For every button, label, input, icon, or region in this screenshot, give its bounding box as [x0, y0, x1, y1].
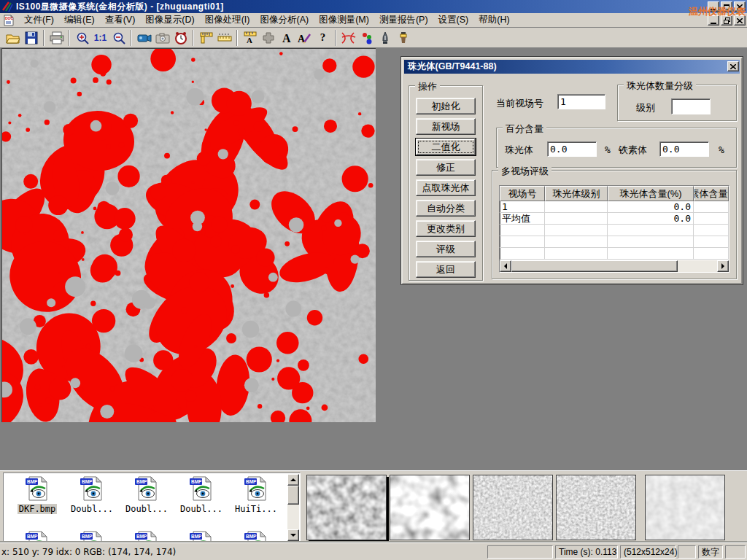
hscroll-thumb[interactable]	[511, 260, 678, 272]
menu-view[interactable]: 查看(V)	[100, 12, 141, 28]
thumbnail-3[interactable]	[473, 475, 553, 540]
change-class-button[interactable]: 更改类别	[416, 220, 476, 237]
table-empty-row	[500, 236, 729, 248]
video-capture-button[interactable]	[135, 29, 153, 47]
file-item[interactable]: BMP Doubl...	[175, 475, 228, 514]
brush-tool-button[interactable]	[394, 29, 412, 47]
menu-image-display[interactable]: 图像显示(D)	[140, 12, 199, 28]
thumbnail-1[interactable]	[306, 475, 387, 540]
pearlite-dialog: 珠光体(GB/T9441-88) 操作 初始化 新视场 二值化 修正 点取珠光体…	[401, 57, 743, 284]
file-browser[interactable]: BMP DKF.bmp BMP Doubl... BMP Doubl... BM…	[3, 472, 301, 542]
binarize-button[interactable]: 二值化	[416, 139, 476, 155]
vscroll-thumb[interactable]	[287, 486, 299, 505]
col-ferrite-content[interactable]: 铁素体含量(%)	[694, 186, 729, 201]
rate-button[interactable]: 评级	[416, 241, 476, 257]
cell-pearlite-content: 0.0	[608, 201, 694, 212]
grade-input[interactable]	[671, 98, 711, 114]
scroll-up-button[interactable]	[287, 474, 299, 486]
window-title: IS100显微摄像系统(金相分析版) - [zhuguangti01]	[13, 1, 224, 13]
file-item[interactable]: BMP	[120, 530, 173, 542]
help-button[interactable]: ?	[314, 29, 332, 47]
pearlite-percent-input[interactable]: 0.0	[547, 141, 597, 157]
thumbnail-5[interactable]	[645, 475, 725, 540]
file-name[interactable]: Doubl...	[69, 504, 115, 514]
zoom-out-button[interactable]	[109, 29, 128, 47]
zoom-in-button[interactable]	[73, 29, 91, 47]
file-item[interactable]: BMP	[66, 530, 118, 542]
return-button[interactable]: 返回	[416, 261, 476, 278]
svg-text:A: A	[282, 32, 291, 44]
table-empty-row	[500, 225, 729, 236]
menu-image-measure[interactable]: 图像测量(M)	[314, 12, 374, 28]
auto-classify-button[interactable]: 自动分类	[416, 200, 476, 217]
camera-capture-button[interactable]	[153, 29, 171, 47]
open-file-button[interactable]	[4, 29, 22, 47]
ferrite-percent-input[interactable]: 0.0	[659, 141, 709, 157]
current-field-input[interactable]: 1	[557, 94, 605, 109]
cell-grade	[545, 213, 608, 224]
grid-cross-button[interactable]	[259, 29, 277, 47]
menu-settings[interactable]: 设置(S)	[433, 12, 474, 28]
dialog-close-button[interactable]	[727, 61, 739, 71]
toolbar-separator	[43, 30, 44, 46]
save-button[interactable]	[22, 29, 40, 47]
actual-size-icon: 1:1	[94, 33, 107, 43]
file-item[interactable]: BMP Doubl...	[120, 475, 173, 514]
file-item[interactable]: BMP DKF.bmp	[11, 475, 63, 514]
menu-edit[interactable]: 编辑(E)	[59, 12, 100, 28]
rating-table[interactable]: 视场号 珠光体级别 珠光体含量(%) 铁素体含量(%) 1 0.0 平均值 0.…	[499, 185, 729, 273]
classify-button[interactable]	[357, 29, 376, 47]
title-bar[interactable]: IS100显微摄像系统(金相分析版) - [zhuguangti01]	[0, 0, 747, 13]
caliper-measure-button[interactable]	[197, 29, 215, 47]
menu-image-process[interactable]: 图像处理(I)	[200, 12, 255, 28]
menu-help[interactable]: 帮助(H)	[473, 12, 514, 28]
scroll-right-button[interactable]	[717, 260, 729, 272]
table-row[interactable]: 1 0.0	[500, 201, 729, 213]
menu-measure-report[interactable]: 测量报告(P)	[374, 12, 433, 28]
micrograph-image[interactable]	[1, 48, 376, 422]
ferrite-label: 铁素体	[619, 144, 647, 157]
timer-button[interactable]	[171, 29, 190, 47]
file-item[interactable]: BMP HuiTi...	[230, 475, 282, 514]
table-row[interactable]: 平均值 0.0	[500, 213, 729, 225]
file-name[interactable]: Doubl...	[124, 504, 169, 514]
new-field-button[interactable]: 新视场	[416, 118, 476, 135]
pick-pearlite-button[interactable]: 点取珠光体	[416, 179, 476, 196]
document-icon[interactable]: DOC	[3, 15, 15, 26]
file-item[interactable]: BMP	[11, 530, 63, 542]
toolbar-separator	[335, 30, 336, 46]
file-name[interactable]: Doubl...	[179, 504, 224, 514]
col-pearlite-grade[interactable]: 珠光体级别	[545, 186, 608, 201]
dialog-title-bar[interactable]: 珠光体(GB/T9441-88)	[404, 60, 740, 74]
col-field-no[interactable]: 视场号	[500, 186, 545, 201]
annotate-edit-icon: A	[298, 31, 312, 44]
thumbnail-4[interactable]	[556, 475, 636, 540]
cell-ferrite-content	[694, 213, 729, 224]
print-button[interactable]	[47, 29, 66, 47]
actual-size-button[interactable]: 1:1	[91, 29, 109, 47]
scroll-left-button[interactable]	[500, 260, 511, 272]
zoom-out-icon	[112, 31, 125, 44]
menu-file[interactable]: 文件(F)	[19, 12, 59, 28]
text-button[interactable]: A	[277, 29, 295, 47]
table-hscrollbar[interactable]	[500, 260, 729, 272]
thumbnail-2[interactable]	[390, 475, 470, 540]
calibrate-button[interactable]: A	[241, 29, 259, 47]
file-name[interactable]: HuiTi...	[233, 504, 279, 514]
correct-button[interactable]: 修正	[416, 159, 476, 176]
init-button[interactable]: 初始化	[416, 98, 476, 114]
hscroll-track[interactable]	[678, 260, 717, 272]
pen-tool-button[interactable]	[376, 29, 394, 47]
menu-image-analysis[interactable]: 图像分析(A)	[255, 12, 314, 28]
scroll-down-button[interactable]	[287, 529, 299, 541]
annotate-button[interactable]: A	[295, 29, 314, 47]
file-item[interactable]: BMP Doubl...	[66, 475, 118, 514]
col-pearlite-content[interactable]: 珠光体含量(%)	[608, 186, 694, 201]
curve-tool-button[interactable]	[339, 29, 357, 47]
svg-text:BMP: BMP	[82, 534, 93, 539]
file-list-scrollbar[interactable]	[287, 474, 299, 541]
ruler-measure-button[interactable]	[215, 29, 233, 47]
file-name[interactable]: DKF.bmp	[18, 504, 58, 514]
file-item[interactable]: BMP	[175, 530, 228, 542]
file-item[interactable]: BMP	[230, 530, 282, 542]
